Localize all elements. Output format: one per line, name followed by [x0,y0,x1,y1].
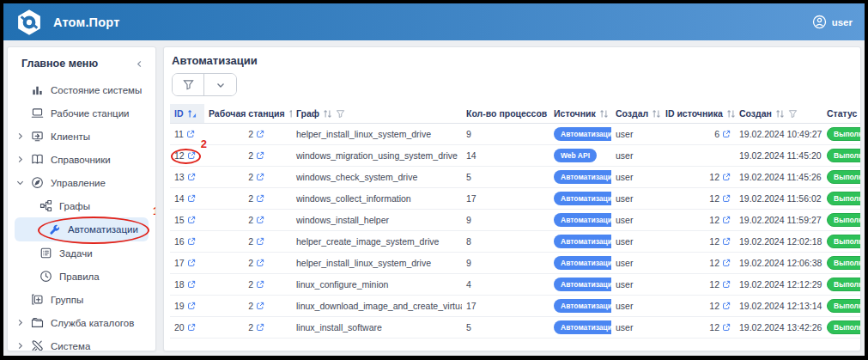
sort-icon[interactable] [860,109,861,119]
external-link-icon[interactable] [722,194,731,203]
column-header-created-by[interactable]: Создал [611,104,661,124]
external-link-icon[interactable] [187,173,196,181]
source-id-link[interactable]: 12 [709,322,731,333]
external-link-icon[interactable] [187,216,196,224]
external-link-icon[interactable] [722,280,731,289]
automation-id-link[interactable]: 20 [174,322,196,333]
sidebar-item-tasks[interactable]: Задачи [8,241,155,265]
column-filter-icon[interactable] [788,109,798,119]
automation-id-link[interactable]: 13 [174,172,196,182]
external-link-icon[interactable] [722,259,731,267]
workstation-link[interactable]: 2 [248,301,264,311]
automation-id-link[interactable]: 17 [174,258,196,268]
external-link-icon[interactable] [256,280,264,289]
external-link-icon[interactable] [722,130,731,138]
workstation-link[interactable]: 2 [248,236,264,247]
user-menu[interactable]: user [812,15,853,29]
workstation-link[interactable]: 2 [248,279,264,290]
external-link-icon[interactable] [256,216,264,224]
source-id-link[interactable]: 12 [709,279,731,290]
external-link-icon[interactable] [722,302,731,310]
external-link-icon[interactable] [256,173,264,181]
automation-id-link[interactable]: 12 [174,150,196,161]
column-header-workstation[interactable]: Рабочая станция [204,104,292,124]
column-header-source[interactable]: Источник [549,104,611,124]
sidebar-item-graphs[interactable]: Графы [8,194,155,217]
sort-icon[interactable] [323,109,332,119]
table-row[interactable]: 132windows_check_system_drive5Автоматиза… [170,167,861,188]
external-link-icon[interactable] [256,130,264,138]
chevron-right-icon[interactable] [16,342,30,350]
sort-icon[interactable] [726,109,735,119]
external-link-icon[interactable] [722,237,731,246]
source-id-link[interactable]: 12 [709,172,731,182]
sidebar-item-workstations[interactable]: Рабочие станции [8,101,155,125]
source-id-link[interactable]: 12 [709,236,731,247]
source-id-link[interactable]: 6 [714,129,731,139]
sidebar-item-automations[interactable]: Автоматизации [15,217,149,241]
chevron-right-icon[interactable] [16,132,30,140]
external-link-icon[interactable] [256,259,264,267]
sort-icon[interactable] [288,109,292,119]
chevron-right-icon[interactable] [16,319,30,326]
sort-icon[interactable] [775,109,785,119]
table-row[interactable]: 172helper_install_linux_system_drive9Авт… [170,253,861,274]
column-header-graph[interactable]: Граф [292,104,462,124]
sidebar-item-directory-service[interactable]: Служба каталогов [8,311,155,334]
table-row[interactable]: 192linux_download_image_and_create_virtu… [170,296,861,317]
source-id-link[interactable]: 12 [709,258,731,268]
table-row[interactable]: 162helper_create_image_system_drive8Авто… [170,231,861,253]
sidebar-item-rules[interactable]: Правила [8,265,155,288]
table-row[interactable]: 112helper_install_linux_system_drive9Авт… [170,124,861,145]
table-row[interactable]: 182linux_configure_minion4Автоматизацияu… [170,274,861,296]
external-link-icon[interactable] [256,302,264,310]
external-link-icon[interactable] [722,323,731,332]
external-link-icon[interactable] [187,194,196,203]
chevron-down-icon[interactable] [16,179,30,186]
table-row[interactable]: 202linux_install_software5Автоматизацияu… [170,317,861,339]
automation-id-link[interactable]: 11 [174,129,195,139]
external-link-icon[interactable] [256,194,264,203]
external-link-icon[interactable] [187,237,196,246]
external-link-icon[interactable] [187,302,196,310]
external-link-icon[interactable] [256,323,264,332]
automation-id-link[interactable]: 19 [174,301,196,311]
external-link-icon[interactable] [187,323,196,332]
source-id-link[interactable]: 12 [709,301,731,311]
sidebar-item-groups[interactable]: Группы [8,288,155,311]
sidebar-item-system-status[interactable]: Состояние системы [8,78,155,101]
column-header-status[interactable]: Статус [822,104,861,124]
external-link-icon[interactable] [722,173,731,181]
automation-id-link[interactable]: 18 [174,279,196,290]
workstation-link[interactable]: 2 [248,215,264,225]
automation-id-link[interactable]: 14 [174,193,196,204]
workstation-link[interactable]: 2 [248,322,264,333]
source-id-link[interactable]: 12 [709,215,731,225]
source-id-link[interactable]: 12 [709,193,731,204]
workstation-link[interactable]: 2 [248,150,264,161]
table-row[interactable]: 122windows_migration_using_system_drive1… [170,145,861,167]
table-row[interactable]: 142windows_collect_information17Автомати… [170,188,861,210]
column-header-created-at[interactable]: Создан [735,104,822,124]
table-row[interactable]: 152windows_install_helper9Автоматизацияu… [170,210,861,231]
sort-icon[interactable] [599,109,609,119]
external-link-icon[interactable] [722,216,731,224]
automation-id-link[interactable]: 15 [174,215,196,225]
filter-button[interactable] [173,74,204,95]
sidebar-item-management[interactable]: Управление [8,171,155,194]
sidebar-collapse-button[interactable] [136,60,143,68]
chevron-right-icon[interactable] [16,156,30,163]
sort-ascending-icon[interactable] [187,109,197,119]
external-link-icon[interactable] [187,280,196,289]
external-link-icon[interactable] [256,237,264,246]
sidebar-item-system[interactable]: Система [8,334,155,351]
sidebar-item-directories[interactable]: Справочники [8,148,155,171]
external-link-icon[interactable] [187,151,196,160]
sidebar-item-clients[interactable]: Клиенты [8,125,155,148]
column-header-process-count[interactable]: Кол-во процессов [462,104,549,124]
external-link-icon[interactable] [187,259,196,267]
workstation-link[interactable]: 2 [248,193,264,204]
workstation-link[interactable]: 2 [248,129,264,139]
workstation-link[interactable]: 2 [248,258,264,268]
column-header-id[interactable]: ID [170,104,204,124]
